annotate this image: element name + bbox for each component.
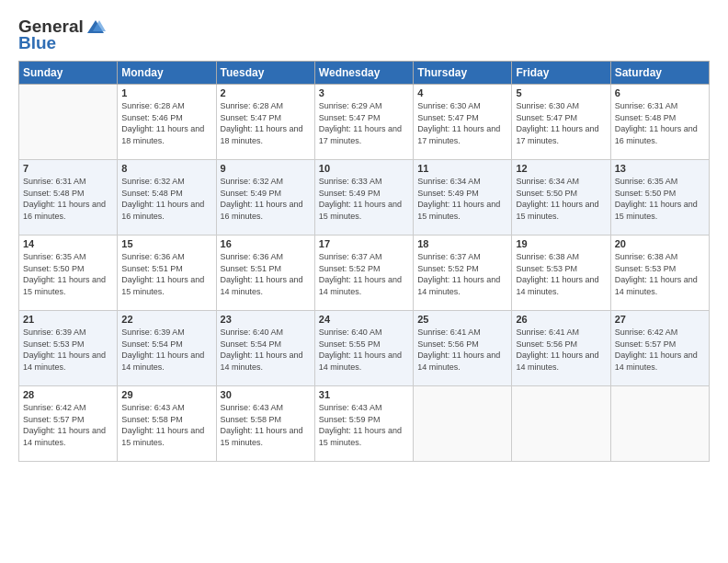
calendar-day-cell: 12Sunrise: 6:34 AM Sunset: 5:50 PM Dayli… [512,160,610,236]
day-info: Sunrise: 6:41 AM Sunset: 5:56 PM Dayligh… [516,327,606,373]
calendar-day-cell: 30Sunrise: 6:43 AM Sunset: 5:58 PM Dayli… [216,386,314,462]
column-header-friday: Friday [512,62,610,85]
day-info: Sunrise: 6:32 AM Sunset: 5:48 PM Dayligh… [121,176,211,222]
day-number: 21 [23,314,113,325]
day-number: 7 [23,163,113,174]
day-info: Sunrise: 6:43 AM Sunset: 5:58 PM Dayligh… [121,402,211,448]
day-number: 14 [23,238,113,249]
day-number: 1 [121,87,211,98]
calendar-header-row: SundayMondayTuesdayWednesdayThursdayFrid… [19,62,710,85]
day-info: Sunrise: 6:31 AM Sunset: 5:48 PM Dayligh… [615,100,705,146]
column-header-saturday: Saturday [610,62,709,85]
calendar-day-cell: 25Sunrise: 6:41 AM Sunset: 5:56 PM Dayli… [414,311,512,386]
day-info: Sunrise: 6:28 AM Sunset: 5:47 PM Dayligh… [221,100,311,146]
page: General Blue SundayMondayTuesdayWednesda… [0,0,728,563]
calendar-week-4: 21Sunrise: 6:39 AM Sunset: 5:53 PM Dayli… [19,311,710,386]
day-number: 5 [516,87,606,98]
day-info: Sunrise: 6:35 AM Sunset: 5:50 PM Dayligh… [23,251,113,297]
calendar-day-cell: 22Sunrise: 6:39 AM Sunset: 5:54 PM Dayli… [118,311,216,386]
calendar-day-cell: 31Sunrise: 6:43 AM Sunset: 5:59 PM Dayli… [314,386,413,462]
column-header-sunday: Sunday [19,62,118,85]
calendar-day-cell: 18Sunrise: 6:37 AM Sunset: 5:52 PM Dayli… [414,236,512,311]
day-number: 6 [615,87,705,98]
calendar: SundayMondayTuesdayWednesdayThursdayFrid… [18,61,710,462]
calendar-day-cell [19,85,118,160]
day-info: Sunrise: 6:36 AM Sunset: 5:51 PM Dayligh… [121,251,211,297]
calendar-day-cell [414,386,512,462]
day-number: 3 [319,87,409,98]
header: General Blue [18,17,710,53]
day-number: 13 [615,163,705,174]
day-info: Sunrise: 6:30 AM Sunset: 5:47 PM Dayligh… [516,100,606,146]
calendar-day-cell: 8Sunrise: 6:32 AM Sunset: 5:48 PM Daylig… [118,160,216,236]
calendar-day-cell: 9Sunrise: 6:32 AM Sunset: 5:49 PM Daylig… [216,160,314,236]
calendar-week-2: 7Sunrise: 6:31 AM Sunset: 5:48 PM Daylig… [19,160,710,236]
calendar-day-cell: 21Sunrise: 6:39 AM Sunset: 5:53 PM Dayli… [19,311,118,386]
calendar-day-cell: 15Sunrise: 6:36 AM Sunset: 5:51 PM Dayli… [118,236,216,311]
day-number: 29 [121,389,211,400]
day-info: Sunrise: 6:34 AM Sunset: 5:50 PM Dayligh… [516,176,606,222]
day-info: Sunrise: 6:29 AM Sunset: 5:47 PM Dayligh… [319,100,409,146]
calendar-week-5: 28Sunrise: 6:42 AM Sunset: 5:57 PM Dayli… [19,386,710,462]
calendar-day-cell: 27Sunrise: 6:42 AM Sunset: 5:57 PM Dayli… [610,311,709,386]
day-number: 22 [121,314,211,325]
calendar-day-cell: 26Sunrise: 6:41 AM Sunset: 5:56 PM Dayli… [512,311,610,386]
day-number: 4 [417,87,507,98]
day-number: 16 [221,238,311,249]
calendar-day-cell: 2Sunrise: 6:28 AM Sunset: 5:47 PM Daylig… [216,85,314,160]
day-number: 19 [516,238,606,249]
day-number: 20 [615,238,705,249]
day-info: Sunrise: 6:35 AM Sunset: 5:50 PM Dayligh… [615,176,705,222]
calendar-day-cell [512,386,610,462]
calendar-day-cell: 4Sunrise: 6:30 AM Sunset: 5:47 PM Daylig… [414,85,512,160]
day-number: 18 [417,238,507,249]
logo: General Blue [18,17,106,53]
calendar-week-1: 1Sunrise: 6:28 AM Sunset: 5:46 PM Daylig… [19,85,710,160]
day-number: 27 [615,314,705,325]
calendar-day-cell: 6Sunrise: 6:31 AM Sunset: 5:48 PM Daylig… [610,85,709,160]
calendar-day-cell: 14Sunrise: 6:35 AM Sunset: 5:50 PM Dayli… [19,236,118,311]
day-info: Sunrise: 6:34 AM Sunset: 5:49 PM Dayligh… [417,176,507,222]
calendar-day-cell: 23Sunrise: 6:40 AM Sunset: 5:54 PM Dayli… [216,311,314,386]
calendar-day-cell: 7Sunrise: 6:31 AM Sunset: 5:48 PM Daylig… [19,160,118,236]
day-number: 11 [417,163,507,174]
day-info: Sunrise: 6:40 AM Sunset: 5:55 PM Dayligh… [319,327,409,373]
day-info: Sunrise: 6:31 AM Sunset: 5:48 PM Dayligh… [23,176,113,222]
day-info: Sunrise: 6:42 AM Sunset: 5:57 PM Dayligh… [23,402,113,448]
day-number: 8 [121,163,211,174]
logo-blue-text: Blue [18,33,56,53]
calendar-day-cell: 28Sunrise: 6:42 AM Sunset: 5:57 PM Dayli… [19,386,118,462]
day-info: Sunrise: 6:33 AM Sunset: 5:49 PM Dayligh… [319,176,409,222]
day-info: Sunrise: 6:38 AM Sunset: 5:53 PM Dayligh… [516,251,606,297]
day-info: Sunrise: 6:37 AM Sunset: 5:52 PM Dayligh… [319,251,409,297]
day-info: Sunrise: 6:40 AM Sunset: 5:54 PM Dayligh… [221,327,311,373]
day-number: 15 [121,238,211,249]
calendar-day-cell [610,386,709,462]
day-number: 25 [417,314,507,325]
calendar-day-cell: 16Sunrise: 6:36 AM Sunset: 5:51 PM Dayli… [216,236,314,311]
day-number: 2 [221,87,311,98]
calendar-day-cell: 20Sunrise: 6:38 AM Sunset: 5:53 PM Dayli… [610,236,709,311]
day-info: Sunrise: 6:41 AM Sunset: 5:56 PM Dayligh… [417,327,507,373]
calendar-day-cell: 1Sunrise: 6:28 AM Sunset: 5:46 PM Daylig… [118,85,216,160]
day-info: Sunrise: 6:42 AM Sunset: 5:57 PM Dayligh… [615,327,705,373]
day-number: 26 [516,314,606,325]
calendar-day-cell: 17Sunrise: 6:37 AM Sunset: 5:52 PM Dayli… [314,236,413,311]
day-number: 17 [319,238,409,249]
column-header-wednesday: Wednesday [314,62,413,85]
day-info: Sunrise: 6:43 AM Sunset: 5:58 PM Dayligh… [221,402,311,448]
day-info: Sunrise: 6:28 AM Sunset: 5:46 PM Dayligh… [121,100,211,146]
day-number: 24 [319,314,409,325]
calendar-day-cell: 3Sunrise: 6:29 AM Sunset: 5:47 PM Daylig… [314,85,413,160]
day-info: Sunrise: 6:38 AM Sunset: 5:53 PM Dayligh… [615,251,705,297]
day-info: Sunrise: 6:36 AM Sunset: 5:51 PM Dayligh… [221,251,311,297]
logo-icon [85,18,106,35]
day-info: Sunrise: 6:43 AM Sunset: 5:59 PM Dayligh… [319,402,409,448]
day-number: 9 [221,163,311,174]
column-header-monday: Monday [118,62,216,85]
day-info: Sunrise: 6:39 AM Sunset: 5:53 PM Dayligh… [23,327,113,373]
calendar-day-cell: 29Sunrise: 6:43 AM Sunset: 5:58 PM Dayli… [118,386,216,462]
column-header-tuesday: Tuesday [216,62,314,85]
calendar-day-cell: 19Sunrise: 6:38 AM Sunset: 5:53 PM Dayli… [512,236,610,311]
calendar-day-cell: 13Sunrise: 6:35 AM Sunset: 5:50 PM Dayli… [610,160,709,236]
